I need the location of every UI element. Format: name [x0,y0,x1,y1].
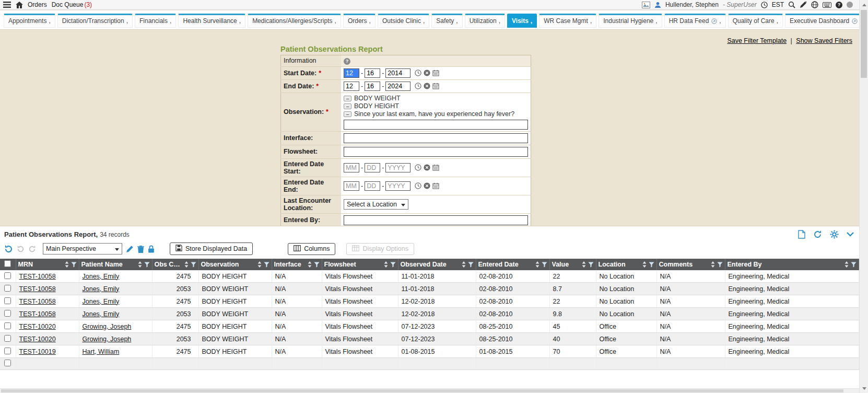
calendar-icon[interactable] [432,83,439,89]
patient-name-link[interactable]: Hart, William [83,348,120,355]
tab[interactable]: Medications/Allergies/Scripts , [248,14,341,28]
filter-icon[interactable] [264,262,269,268]
tab[interactable]: Financials , [135,14,176,28]
row-checkbox[interactable] [4,348,11,354]
filter-icon[interactable] [588,262,594,268]
row-checkbox[interactable] [4,285,11,292]
horizontal-scrollbar[interactable] [0,388,859,393]
lock-icon[interactable] [148,245,155,253]
perspective-select[interactable]: Main Perspective [43,243,122,255]
scroll-down-arrow[interactable] [860,384,868,392]
filter-icon[interactable] [717,262,723,268]
column-header[interactable]: Observation [198,259,272,270]
entered-start-year-input[interactable] [385,163,410,172]
sort-icon[interactable] [844,261,849,268]
sort-icon[interactable] [384,261,388,268]
end-date-month-input[interactable] [344,82,359,91]
refresh-icon[interactable] [813,230,822,239]
clear-date-icon[interactable] [424,83,430,89]
gear-icon[interactable] [830,230,839,239]
tab[interactable]: Health Surveillance , [178,14,245,28]
entered-by-input[interactable] [344,215,528,225]
tab[interactable]: Executive Dashboard , [785,14,866,28]
filter-icon[interactable] [468,262,474,268]
tab[interactable]: HR Data Feed , [664,14,726,28]
entered-end-day-input[interactable] [365,181,380,191]
keyboard-icon[interactable] [823,2,831,8]
mrn-link[interactable]: TEST-10020 [19,323,56,330]
sort-icon[interactable] [582,261,586,268]
flowsheet-input[interactable] [344,147,528,157]
sort-icon[interactable] [138,261,142,268]
remove-observation-button[interactable]: – [344,96,351,101]
column-header[interactable]: Obs Code [152,259,198,270]
help-icon[interactable]: ? [836,2,842,8]
row-checkbox[interactable] [4,335,11,342]
sort-icon[interactable] [711,261,715,268]
patient-name-link[interactable]: Jones, Emily [83,298,120,305]
tab[interactable]: WR Case Mgmt , [539,14,596,28]
vertical-scrollbar[interactable] [859,0,868,393]
info-help-icon[interactable]: ? [344,58,350,65]
column-header[interactable]: Flowsheet [322,259,398,270]
save-filter-template-link[interactable]: Save Filter Template [727,37,787,44]
clear-date-icon[interactable] [424,164,430,171]
clear-date-icon[interactable] [424,182,430,189]
entered-end-month-input[interactable] [344,181,359,191]
reset-grid-icon[interactable] [4,245,13,253]
row-checkbox[interactable] [4,297,11,304]
filter-icon[interactable] [71,262,77,268]
globe-icon[interactable] [811,1,818,8]
row-checkbox[interactable] [4,360,11,366]
tab[interactable]: Appointments , [4,14,55,28]
vertical-scroll-thumb[interactable] [861,10,867,78]
filter-icon[interactable] [649,262,654,268]
filter-icon[interactable] [144,262,150,268]
filter-icon[interactable] [851,262,857,268]
sort-icon[interactable] [184,261,189,268]
mrn-link[interactable]: TEST-10058 [19,273,56,280]
patient-name-link[interactable]: Growing, Joseph [83,336,132,343]
patient-name-link[interactable]: Growing, Joseph [83,323,132,330]
observation-search-input[interactable] [344,120,528,130]
tab[interactable]: Dictation/Transcription , [57,14,133,28]
orders-breadcrumb[interactable]: Orders [28,1,47,8]
entered-start-month-input[interactable] [344,163,359,172]
row-checkbox[interactable] [4,272,11,279]
search-icon[interactable] [788,1,795,8]
interface-input[interactable] [344,133,528,143]
tab[interactable]: Orders , [343,14,376,28]
mrn-link[interactable]: TEST-10019 [19,348,56,355]
menu-icon[interactable] [3,2,11,8]
filter-icon[interactable] [314,262,320,268]
column-header[interactable]: Patient Name [79,259,152,270]
photo-icon[interactable] [642,2,650,8]
column-header[interactable]: Entered Date [476,259,549,270]
entered-end-year-input[interactable] [385,181,410,191]
sort-icon[interactable] [257,261,262,268]
time-icon[interactable] [415,182,421,189]
sort-icon[interactable] [308,261,312,268]
filter-icon[interactable] [542,262,547,268]
mrn-link[interactable]: TEST-10058 [19,310,56,318]
column-header[interactable]: MRN [16,259,79,270]
tab[interactable]: Outside Clinic , [378,14,429,28]
calendar-icon[interactable] [432,182,439,189]
patient-name-link[interactable]: Jones, Emily [83,310,120,318]
row-checkbox[interactable] [4,310,11,317]
sort-icon[interactable] [642,261,647,268]
start-date-year-input[interactable] [385,68,410,78]
column-header[interactable]: Observed Date [398,259,476,270]
column-header[interactable]: Value [549,259,596,270]
scroll-up-arrow[interactable] [860,1,868,9]
end-date-day-input[interactable] [365,82,380,91]
column-header[interactable]: Entered By [725,259,859,270]
store-displayed-data-button[interactable]: Store Displayed Data [170,242,253,255]
column-header[interactable]: Interface [272,259,322,270]
columns-button[interactable]: Columns [288,243,335,255]
patient-name-link[interactable]: Jones, Emily [83,273,120,280]
start-date-day-input[interactable] [365,68,380,78]
column-header[interactable]: Comments [656,259,725,270]
sort-icon[interactable] [535,261,539,268]
tab[interactable]: Visits , [507,14,537,28]
